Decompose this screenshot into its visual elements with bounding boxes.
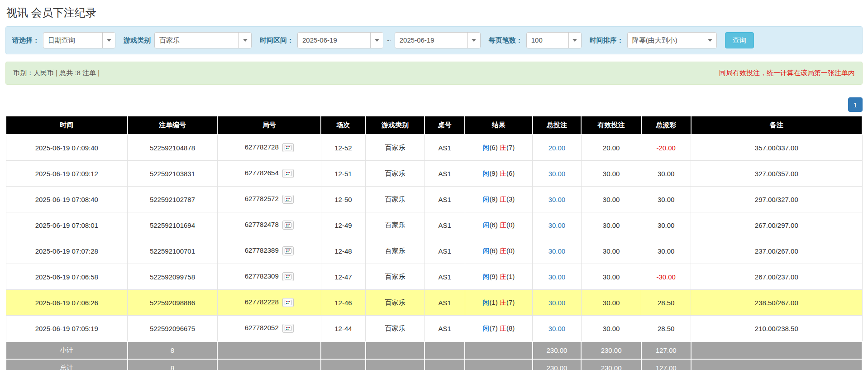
round-result-icon[interactable] xyxy=(282,143,294,152)
footer-valid-bet: 230.00 xyxy=(581,341,641,359)
cell-valid-bet: 20.00 xyxy=(581,135,641,161)
header-session: 场次 xyxy=(321,116,365,135)
page-button-1[interactable]: 1 xyxy=(848,97,863,112)
pagination: 1 xyxy=(5,97,863,112)
game-type-caret-button[interactable] xyxy=(238,33,251,48)
round-result-icon[interactable] xyxy=(282,195,294,204)
cell-game-type: 百家乐 xyxy=(366,238,425,264)
query-type-select[interactable]: 日期查询 xyxy=(43,32,115,48)
time-range-label: 时间区间： xyxy=(260,36,294,45)
total-bet-link[interactable]: 30.00 xyxy=(548,325,566,332)
footer-total-bet: 230.00 xyxy=(533,359,582,370)
cell-result: 闲(1) 庄(7) xyxy=(465,290,532,316)
search-button[interactable]: 查询 xyxy=(725,32,754,48)
round-number: 627782389 xyxy=(245,246,279,254)
table-row: 2025-06-19 07:08:40522592102787627782572… xyxy=(6,187,862,212)
cell-game-type: 百家乐 xyxy=(366,290,425,316)
header-table-no: 桌号 xyxy=(424,116,465,135)
query-type-caret-button[interactable] xyxy=(102,33,115,48)
result-player: 闲 xyxy=(482,247,489,255)
footer-count: 8 xyxy=(128,359,218,370)
round-number: 627782309 xyxy=(245,272,279,280)
date-to-select[interactable]: 2025-06-19 xyxy=(395,32,481,48)
sort-order-value: 降幂(由大到小) xyxy=(628,33,704,48)
sort-order-label: 时间排序： xyxy=(590,36,624,45)
cell-time: 2025-06-19 07:08:40 xyxy=(6,187,128,212)
footer-label: 小计 xyxy=(6,341,128,359)
footer-payout: 127.00 xyxy=(641,359,691,370)
cell-total-bet: 30.00 xyxy=(533,290,582,316)
cell-session: 12-52 xyxy=(321,135,365,161)
page-size-select[interactable]: 100 xyxy=(526,32,582,48)
table-row: 2025-06-19 07:08:01522592101694627782478… xyxy=(6,212,862,238)
cell-time: 2025-06-19 07:07:28 xyxy=(6,238,128,264)
summary-bar: 币别：人民币 | 总共 :8 注单 | 同局有效投注，统一计算在该局第一张注单内 xyxy=(5,62,863,85)
footer-result xyxy=(465,341,532,359)
date-from-select[interactable]: 2025-06-19 xyxy=(297,32,383,48)
date-from-caret-button[interactable] xyxy=(370,33,383,48)
total-bet-link[interactable]: 30.00 xyxy=(548,273,566,281)
round-result-icon[interactable] xyxy=(282,324,294,333)
round-result-icon[interactable] xyxy=(282,169,294,178)
cell-total-bet: 30.00 xyxy=(533,316,582,342)
total-bet-link[interactable]: 20.00 xyxy=(548,144,566,152)
cell-valid-bet: 30.00 xyxy=(581,290,641,316)
cell-bet-id: 522592101694 xyxy=(128,212,218,238)
cell-game-type: 百家乐 xyxy=(366,135,425,161)
result-banker-score: (3) xyxy=(506,195,515,203)
cell-valid-bet: 30.00 xyxy=(581,187,641,212)
cell-time: 2025-06-19 07:06:58 xyxy=(6,264,128,290)
cell-session: 12-51 xyxy=(321,161,365,187)
cell-remark: 267.00/237.00 xyxy=(691,264,862,290)
footer-session xyxy=(321,359,365,370)
date-from-value: 2025-06-19 xyxy=(298,33,370,48)
result-player-score: (7) xyxy=(489,324,497,332)
result-banker: 庄 xyxy=(500,247,506,255)
total-bet-link[interactable]: 30.00 xyxy=(548,170,566,178)
result-banker-score: (7) xyxy=(506,144,515,151)
cell-time: 2025-06-19 07:06:26 xyxy=(6,290,128,316)
result-player-score: (9) xyxy=(489,273,497,280)
result-banker-score: (0) xyxy=(506,247,515,255)
result-banker-score: (7) xyxy=(506,298,515,306)
result-banker-score: (8) xyxy=(506,324,515,332)
cell-round: 627782389 xyxy=(217,238,321,264)
sort-order-select[interactable]: 降幂(由大到小) xyxy=(627,32,717,48)
footer-valid-bet: 230.00 xyxy=(581,359,641,370)
cell-payout: 30.00 xyxy=(641,161,691,187)
date-to-caret-button[interactable] xyxy=(467,33,480,48)
table-row: 2025-06-19 07:06:26522592098886627782228… xyxy=(6,290,862,316)
total-bet-link[interactable]: 30.00 xyxy=(548,299,566,307)
header-result: 结果 xyxy=(465,116,532,135)
cell-result: 闲(7) 庄(8) xyxy=(465,316,532,342)
round-result-icon[interactable] xyxy=(282,272,294,281)
date-range-separator: ~ xyxy=(387,37,391,44)
total-bet-link[interactable]: 30.00 xyxy=(548,221,566,229)
cell-table-no: AS1 xyxy=(424,264,465,290)
total-bet-link[interactable]: 30.00 xyxy=(548,247,566,255)
sort-order-caret-button[interactable] xyxy=(704,33,716,48)
total-bet-link[interactable]: 30.00 xyxy=(548,196,566,203)
round-result-icon[interactable] xyxy=(282,246,294,255)
round-result-icon[interactable] xyxy=(282,298,294,307)
result-player-score: (6) xyxy=(489,247,497,255)
page-size-caret-button[interactable] xyxy=(568,33,581,48)
cell-valid-bet: 30.00 xyxy=(581,212,641,238)
cell-round: 627782228 xyxy=(217,290,321,316)
cell-valid-bet: 30.00 xyxy=(581,316,641,342)
result-player: 闲 xyxy=(482,324,489,332)
cell-remark: 267.00/297.00 xyxy=(691,212,862,238)
chevron-down-icon xyxy=(375,39,379,42)
game-type-select[interactable]: 百家乐 xyxy=(154,32,252,48)
cell-table-no: AS1 xyxy=(424,316,465,342)
round-result-icon[interactable] xyxy=(282,221,294,230)
table-row: 2025-06-19 07:09:40522592104878627782728… xyxy=(6,135,862,161)
game-type-group: 游戏类别 百家乐 xyxy=(124,32,252,48)
result-banker: 庄 xyxy=(500,324,506,332)
currency-summary-text: 币别：人民币 | 总共 :8 注单 | xyxy=(13,69,100,77)
result-banker-score: (0) xyxy=(506,221,515,229)
game-type-value: 百家乐 xyxy=(155,33,238,48)
cell-payout: 30.00 xyxy=(641,212,691,238)
footer-count: 8 xyxy=(128,341,218,359)
cell-total-bet: 30.00 xyxy=(533,264,582,290)
